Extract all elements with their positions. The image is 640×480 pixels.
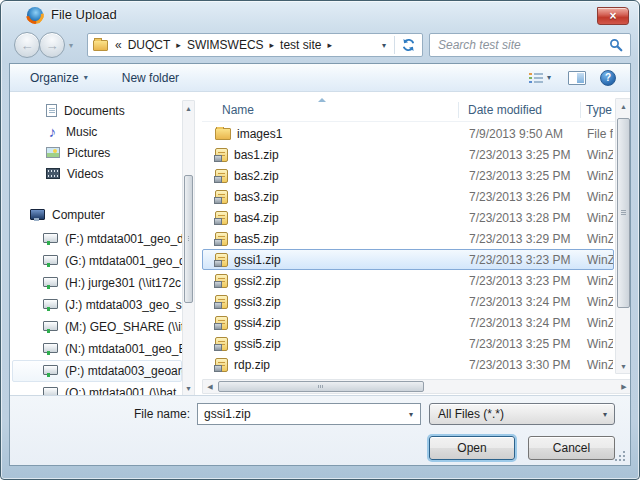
preview-pane-button[interactable] (568, 71, 586, 85)
file-name: bas5.zip (234, 232, 279, 246)
refresh-icon (401, 38, 416, 52)
sidebar-scrollbar[interactable]: ▲ ▼ (182, 100, 195, 395)
scroll-right-icon[interactable]: ▶ (617, 380, 630, 393)
sidebar-item-drive[interactable]: (F:) mtdata001_geo_di (12, 228, 182, 250)
organize-button[interactable]: Organize ▾ (22, 67, 96, 89)
sidebar-item-drive[interactable]: (J:) mtdata003_geo_sh (12, 294, 182, 316)
file-name-cell: bas2.zip (203, 169, 463, 183)
file-date-cell: 7/23/2013 3:25 PM (463, 148, 581, 162)
back-button[interactable]: ← (14, 32, 40, 58)
sidebar-item-label: (P:) mtdata003_geoare (65, 364, 182, 378)
resize-grip[interactable] (615, 450, 626, 461)
table-row[interactable]: gssi4.zip7/23/2013 3:24 PMWinZip File (202, 312, 614, 333)
file-name: bas3.zip (234, 190, 279, 204)
breadcrumb-item[interactable]: DUQCT (128, 38, 171, 52)
file-type-select[interactable]: All Files (*.*) ▾ (429, 403, 615, 425)
network-drive-icon (43, 342, 58, 356)
network-drive-icon (43, 276, 58, 290)
file-upload-dialog: File Upload × ← → ▾ « DUQCT▸SWIMSWECS▸te… (0, 0, 640, 480)
column-header-date-modified[interactable]: Date modified (462, 103, 580, 117)
help-button[interactable]: ? (600, 70, 616, 86)
file-name-cell: gssi2.zip (203, 274, 463, 288)
cancel-button-label: Cancel (553, 441, 590, 455)
zip-file-icon (215, 211, 228, 225)
file-date-cell: 7/9/2013 9:50 AM (463, 127, 581, 141)
search-input[interactable]: Search test site (429, 33, 631, 57)
table-row[interactable]: gssi2.zip7/23/2013 3:23 PMWinZip File (202, 270, 614, 291)
table-row[interactable]: images17/9/2013 9:50 AMFile folder (202, 123, 614, 144)
sort-ascending-icon (318, 98, 326, 102)
column-divider[interactable] (458, 102, 459, 118)
breadcrumb-item[interactable]: test site (280, 38, 321, 52)
file-date-cell: 7/23/2013 3:29 PM (463, 232, 581, 246)
sidebar-item-label: Documents (64, 104, 125, 118)
table-row[interactable]: bas1.zip7/23/2013 3:25 PMWinZip File (202, 144, 614, 165)
network-drive-icon (43, 364, 58, 378)
scroll-left-icon[interactable]: ◀ (203, 380, 217, 393)
address-bar[interactable]: « DUQCT▸SWIMSWECS▸test site▸ ▾ (87, 33, 423, 57)
file-name-cell: gssi4.zip (203, 316, 463, 330)
scroll-down-icon[interactable]: ▼ (616, 359, 630, 373)
table-row[interactable]: bas5.zip7/23/2013 3:29 PMWinZip File (202, 228, 614, 249)
open-button[interactable]: Open (429, 436, 515, 460)
forward-button[interactable]: → (39, 32, 65, 58)
table-row[interactable]: bas2.zip7/23/2013 3:25 PMWinZip File (202, 165, 614, 186)
views-button[interactable]: ▾ (526, 67, 554, 89)
document-icon (46, 104, 57, 117)
explorer-content: Documents♪MusicPicturesVideos Computer (… (10, 92, 630, 395)
file-list-vertical-scrollbar[interactable]: ▲ ▼ (615, 98, 630, 374)
cancel-button[interactable]: Cancel (528, 436, 615, 460)
sidebar-item-pictures[interactable]: Pictures (10, 142, 182, 163)
new-folder-button[interactable]: New folder (114, 67, 187, 89)
table-row[interactable]: gssi3.zip7/23/2013 3:24 PMWinZip File (202, 291, 614, 312)
table-row[interactable]: bas4.zip7/23/2013 3:28 PMWinZip File (202, 207, 614, 228)
title-bar[interactable]: File Upload × (1, 1, 639, 29)
sidebar-item-drive[interactable]: (Q:) mtdata001 (\\bat (12, 382, 182, 395)
file-name-cell: gssi5.zip (203, 337, 463, 351)
refresh-button[interactable] (401, 38, 416, 52)
sidebar-item-label: (J:) mtdata003_geo_sh (65, 298, 182, 312)
table-row[interactable]: gssi1.zip7/23/2013 3:23 PMWinZip File (202, 249, 614, 270)
sidebar-item-drive[interactable]: (N:) mtdata001_geo_B (12, 338, 182, 360)
sidebar-item-videos[interactable]: Videos (10, 163, 182, 184)
scroll-down-icon[interactable]: ▼ (183, 381, 194, 395)
column-divider[interactable] (580, 102, 581, 118)
table-row[interactable]: rdp.zip7/23/2013 3:30 PMWinZip File (202, 354, 614, 375)
zip-file-icon (215, 337, 228, 351)
open-button-label: Open (457, 441, 486, 455)
sidebar-item-computer[interactable]: Computer (10, 204, 182, 226)
navigation-pane: Documents♪MusicPicturesVideos Computer (… (10, 92, 182, 395)
zip-file-icon (215, 148, 228, 162)
table-row[interactable]: gssi5.zip7/23/2013 3:25 PMWinZip File (202, 333, 614, 354)
file-type-value: All Files (*.*) (430, 407, 603, 421)
file-name-input[interactable]: gssi1.zip ▾ (197, 403, 421, 425)
file-list-horizontal-scrollbar[interactable]: ◀ ▶ (202, 379, 630, 394)
zip-file-icon (215, 295, 228, 309)
search-placeholder: Search test site (430, 38, 609, 52)
sidebar-item-drive[interactable]: (G:) mtdata001_geo_d (12, 250, 182, 272)
scroll-up-icon[interactable]: ▲ (616, 99, 630, 113)
scrollbar-thumb[interactable] (184, 175, 193, 303)
scrollbar-thumb[interactable] (617, 118, 630, 308)
history-dropdown-icon[interactable]: ▾ (69, 41, 73, 50)
organize-label: Organize (30, 71, 79, 85)
address-dropdown-icon[interactable]: ▾ (382, 41, 386, 50)
dialog-footer: File name: gssi1.zip ▾ All Files (*.*) ▾… (10, 395, 630, 465)
breadcrumb-overflow[interactable]: « (115, 38, 122, 52)
file-name-cell: bas1.zip (203, 148, 463, 162)
close-button[interactable]: × (597, 7, 629, 25)
chevron-down-icon[interactable]: ▾ (409, 410, 420, 419)
sidebar-item-music[interactable]: ♪Music (10, 121, 182, 142)
file-name-cell: rdp.zip (203, 358, 463, 372)
column-header-name[interactable]: Name (202, 103, 462, 117)
file-type-cell: WinZip File (581, 211, 613, 225)
scroll-up-icon[interactable]: ▲ (183, 101, 194, 115)
sidebar-item-drive[interactable]: (H:) jurge301 (\\it172c (12, 272, 182, 294)
sidebar-item-drive[interactable]: (P:) mtdata003_geoare (12, 360, 182, 382)
back-icon: ← (21, 38, 34, 53)
breadcrumb-item[interactable]: SWIMSWECS (187, 38, 264, 52)
sidebar-item-documents[interactable]: Documents (10, 100, 182, 121)
sidebar-item-drive[interactable]: (M:) GEO_SHARE (\\it1 (12, 316, 182, 338)
scrollbar-thumb[interactable] (218, 381, 424, 392)
table-row[interactable]: bas3.zip7/23/2013 3:26 PMWinZip File (202, 186, 614, 207)
